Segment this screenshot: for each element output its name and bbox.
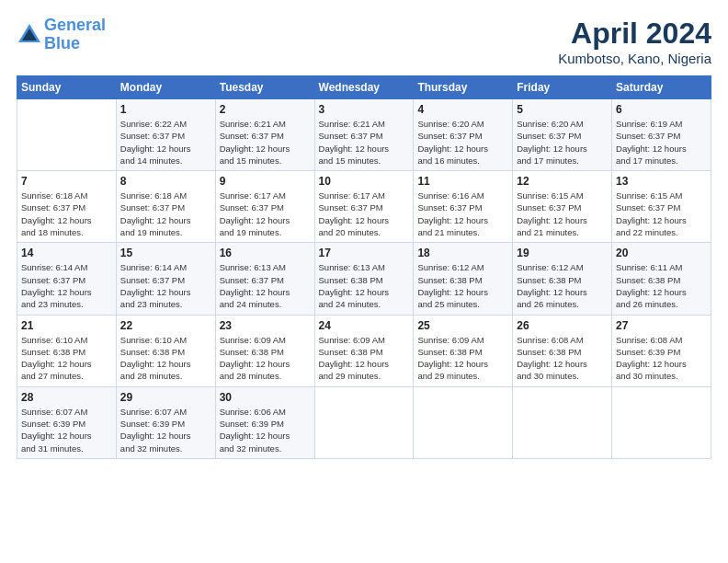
day-cell: 19Sunrise: 6:12 AM Sunset: 6:38 PM Dayli…: [513, 243, 612, 315]
day-cell: 26Sunrise: 6:08 AM Sunset: 6:38 PM Dayli…: [513, 315, 612, 386]
day-number: 20: [616, 247, 707, 259]
day-cell: 10Sunrise: 6:17 AM Sunset: 6:37 PM Dayli…: [314, 171, 414, 243]
day-info: Sunrise: 6:20 AM Sunset: 6:37 PM Dayligh…: [417, 118, 508, 167]
day-cell: 16Sunrise: 6:13 AM Sunset: 6:37 PM Dayli…: [215, 243, 314, 315]
day-info: Sunrise: 6:11 AM Sunset: 6:38 PM Dayligh…: [616, 261, 707, 310]
day-cell: 28Sunrise: 6:07 AM Sunset: 6:39 PM Dayli…: [17, 386, 117, 458]
day-number: 16: [220, 247, 311, 259]
page-container: General Blue April 2024 Kumbotso, Kano, …: [0, 0, 728, 563]
day-number: 27: [616, 319, 707, 332]
day-number: 19: [517, 247, 608, 259]
day-cell: 30Sunrise: 6:06 AM Sunset: 6:39 PM Dayli…: [215, 386, 314, 458]
day-number: 28: [21, 391, 112, 404]
day-info: Sunrise: 6:15 AM Sunset: 6:37 PM Dayligh…: [616, 190, 707, 238]
week-row-5: 28Sunrise: 6:07 AM Sunset: 6:39 PM Dayli…: [17, 386, 711, 458]
day-number: 25: [417, 319, 508, 332]
day-info: Sunrise: 6:18 AM Sunset: 6:37 PM Dayligh…: [120, 190, 211, 238]
day-cell: 2Sunrise: 6:21 AM Sunset: 6:37 PM Daylig…: [215, 99, 314, 171]
day-number: 30: [220, 391, 311, 404]
col-friday: Friday: [513, 76, 612, 99]
day-cell: 8Sunrise: 6:18 AM Sunset: 6:37 PM Daylig…: [116, 171, 215, 243]
day-number: 12: [517, 175, 608, 188]
day-cell: 15Sunrise: 6:14 AM Sunset: 6:37 PM Dayli…: [116, 243, 215, 315]
day-info: Sunrise: 6:15 AM Sunset: 6:37 PM Dayligh…: [517, 190, 608, 238]
day-number: 18: [417, 247, 508, 259]
day-number: 22: [120, 319, 211, 332]
title-block: April 2024 Kumbotso, Kano, Nigeria: [558, 17, 711, 66]
header-row: Sunday Monday Tuesday Wednesday Thursday…: [17, 76, 711, 99]
day-cell: 6Sunrise: 6:19 AM Sunset: 6:37 PM Daylig…: [612, 99, 711, 171]
day-info: Sunrise: 6:17 AM Sunset: 6:37 PM Dayligh…: [220, 190, 311, 238]
day-cell: 13Sunrise: 6:15 AM Sunset: 6:37 PM Dayli…: [612, 171, 711, 243]
day-info: Sunrise: 6:14 AM Sunset: 6:37 PM Dayligh…: [120, 261, 211, 310]
day-number: 29: [120, 391, 211, 404]
day-number: 5: [517, 103, 608, 116]
day-info: Sunrise: 6:08 AM Sunset: 6:39 PM Dayligh…: [616, 334, 707, 383]
logo-icon: [17, 22, 42, 48]
day-info: Sunrise: 6:17 AM Sunset: 6:37 PM Dayligh…: [319, 190, 410, 238]
logo-text: General Blue: [44, 17, 106, 53]
day-info: Sunrise: 6:21 AM Sunset: 6:37 PM Dayligh…: [220, 118, 311, 167]
day-info: Sunrise: 6:09 AM Sunset: 6:38 PM Dayligh…: [417, 334, 508, 383]
day-number: 21: [21, 319, 112, 332]
col-thursday: Thursday: [414, 76, 513, 99]
day-cell: 7Sunrise: 6:18 AM Sunset: 6:37 PM Daylig…: [17, 171, 117, 243]
day-cell: 27Sunrise: 6:08 AM Sunset: 6:39 PM Dayli…: [612, 315, 711, 386]
day-number: 9: [220, 175, 311, 188]
month-title: April 2024: [558, 17, 711, 51]
day-cell: 18Sunrise: 6:12 AM Sunset: 6:38 PM Dayli…: [414, 243, 513, 315]
day-info: Sunrise: 6:09 AM Sunset: 6:38 PM Dayligh…: [220, 334, 311, 383]
day-info: Sunrise: 6:14 AM Sunset: 6:37 PM Dayligh…: [21, 261, 112, 310]
day-number: 11: [417, 175, 508, 188]
day-info: Sunrise: 6:07 AM Sunset: 6:39 PM Dayligh…: [120, 406, 211, 454]
day-info: Sunrise: 6:13 AM Sunset: 6:37 PM Dayligh…: [220, 261, 311, 310]
col-sunday: Sunday: [17, 76, 117, 99]
day-info: Sunrise: 6:06 AM Sunset: 6:39 PM Dayligh…: [220, 406, 311, 454]
day-info: Sunrise: 6:13 AM Sunset: 6:38 PM Dayligh…: [319, 261, 410, 310]
week-row-1: 1Sunrise: 6:22 AM Sunset: 6:37 PM Daylig…: [17, 99, 711, 171]
day-number: 15: [120, 247, 211, 259]
day-number: 1: [120, 103, 211, 116]
day-info: Sunrise: 6:20 AM Sunset: 6:37 PM Dayligh…: [517, 118, 608, 167]
calendar-table: Sunday Monday Tuesday Wednesday Thursday…: [17, 75, 711, 459]
day-info: Sunrise: 6:10 AM Sunset: 6:38 PM Dayligh…: [120, 334, 211, 383]
day-number: 23: [220, 319, 311, 332]
day-cell: 20Sunrise: 6:11 AM Sunset: 6:38 PM Dayli…: [612, 243, 711, 315]
day-number: 8: [120, 175, 211, 188]
day-number: 2: [220, 103, 311, 116]
day-info: Sunrise: 6:09 AM Sunset: 6:38 PM Dayligh…: [319, 334, 410, 383]
col-tuesday: Tuesday: [215, 76, 314, 99]
week-row-2: 7Sunrise: 6:18 AM Sunset: 6:37 PM Daylig…: [17, 171, 711, 243]
week-row-3: 14Sunrise: 6:14 AM Sunset: 6:37 PM Dayli…: [17, 243, 711, 315]
location: Kumbotso, Kano, Nigeria: [558, 51, 711, 66]
day-cell: 21Sunrise: 6:10 AM Sunset: 6:38 PM Dayli…: [17, 315, 117, 386]
col-saturday: Saturday: [612, 76, 711, 99]
day-info: Sunrise: 6:12 AM Sunset: 6:38 PM Dayligh…: [417, 261, 508, 310]
day-cell: 1Sunrise: 6:22 AM Sunset: 6:37 PM Daylig…: [116, 99, 215, 171]
header: General Blue April 2024 Kumbotso, Kano, …: [17, 17, 711, 66]
day-cell: 22Sunrise: 6:10 AM Sunset: 6:38 PM Dayli…: [116, 315, 215, 386]
day-info: Sunrise: 6:18 AM Sunset: 6:37 PM Dayligh…: [21, 190, 112, 238]
day-info: Sunrise: 6:07 AM Sunset: 6:39 PM Dayligh…: [21, 406, 112, 454]
col-monday: Monday: [116, 76, 215, 99]
day-cell: 4Sunrise: 6:20 AM Sunset: 6:37 PM Daylig…: [414, 99, 513, 171]
day-cell: [17, 99, 117, 171]
col-wednesday: Wednesday: [314, 76, 414, 99]
week-row-4: 21Sunrise: 6:10 AM Sunset: 6:38 PM Dayli…: [17, 315, 711, 386]
day-info: Sunrise: 6:21 AM Sunset: 6:37 PM Dayligh…: [319, 118, 410, 167]
day-number: 14: [21, 247, 112, 259]
day-number: 17: [319, 247, 410, 259]
day-info: Sunrise: 6:10 AM Sunset: 6:38 PM Dayligh…: [21, 334, 112, 383]
day-number: 3: [319, 103, 410, 116]
day-cell: 25Sunrise: 6:09 AM Sunset: 6:38 PM Dayli…: [414, 315, 513, 386]
day-cell: 3Sunrise: 6:21 AM Sunset: 6:37 PM Daylig…: [314, 99, 414, 171]
day-cell: [612, 386, 711, 458]
day-info: Sunrise: 6:16 AM Sunset: 6:37 PM Dayligh…: [417, 190, 508, 238]
day-number: 6: [616, 103, 707, 116]
day-number: 13: [616, 175, 707, 188]
day-cell: [414, 386, 513, 458]
day-cell: 11Sunrise: 6:16 AM Sunset: 6:37 PM Dayli…: [414, 171, 513, 243]
day-info: Sunrise: 6:22 AM Sunset: 6:37 PM Dayligh…: [120, 118, 211, 167]
day-cell: 14Sunrise: 6:14 AM Sunset: 6:37 PM Dayli…: [17, 243, 117, 315]
day-cell: 9Sunrise: 6:17 AM Sunset: 6:37 PM Daylig…: [215, 171, 314, 243]
